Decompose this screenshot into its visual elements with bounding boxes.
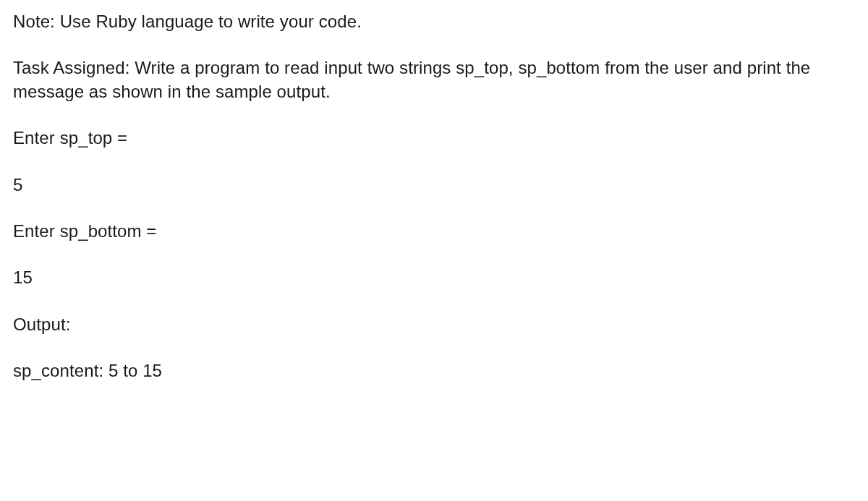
sp-bottom-value: 15 (13, 266, 855, 289)
note-text: Note: Use Ruby language to write your co… (13, 10, 855, 33)
output-label: Output: (13, 313, 855, 336)
sp-top-prompt: Enter sp_top = (13, 127, 855, 150)
sp-bottom-prompt: Enter sp_bottom = (13, 220, 855, 243)
sp-top-value: 5 (13, 174, 855, 197)
task-description: Task Assigned: Write a program to read i… (13, 56, 855, 103)
output-value: sp_content: 5 to 15 (13, 359, 855, 382)
